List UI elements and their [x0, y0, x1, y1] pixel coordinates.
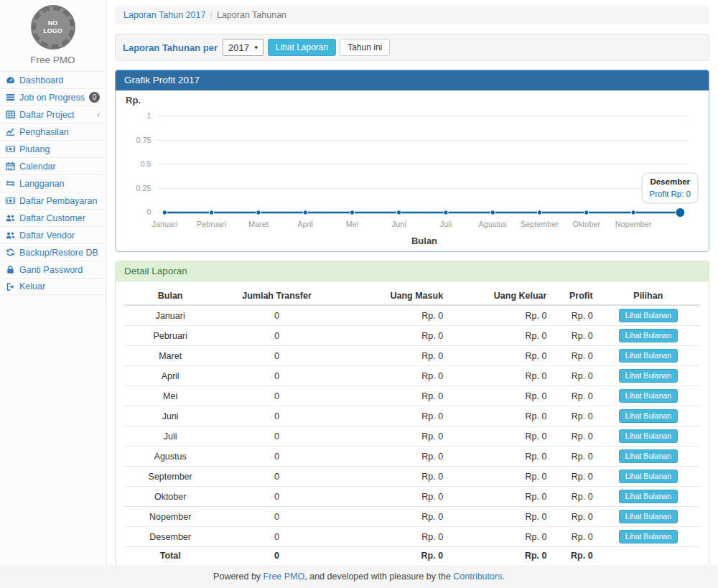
table-row-september: September0Rp. 0Rp. 0Rp. 0Lihat Bulanan: [124, 467, 700, 487]
main-content: Laporan Tahun 2017 / Laporan Tahunan Lap…: [106, 0, 718, 565]
sidebar-item-daftar-vendor[interactable]: Daftar Vendor: [0, 226, 106, 243]
data-point-pebruari[interactable]: [209, 210, 213, 215]
view-monthly-button-mei[interactable]: Lihat Bulanan: [619, 389, 678, 403]
report-filter-form: Laporan Tahunan per 2017 ▼ Lihat Laporan…: [115, 34, 709, 61]
cell-uang_keluar: Rp. 0: [447, 426, 550, 447]
chart-tooltip: Desember Profit Rp: 0: [641, 172, 699, 204]
data-point-juli[interactable]: [444, 210, 448, 215]
sidebar-item-label: Piutang: [19, 144, 50, 154]
cell-pilihan: Lihat Bulanan: [597, 305, 700, 326]
footer-text-prefix: Powered by: [213, 571, 263, 582]
users-icon: [5, 213, 16, 223]
sidebar-item-keluar[interactable]: Keluar: [0, 278, 106, 295]
y-tick-label: 1: [146, 111, 151, 120]
x-tick-label: Juli: [440, 220, 452, 228]
cell-profit: Rp. 0: [550, 487, 596, 507]
sidebar-item-calendar[interactable]: Calendar: [0, 157, 106, 174]
cell-uang_keluar: Rp. 0: [447, 326, 550, 346]
data-point-januari[interactable]: [162, 210, 167, 215]
cell-jumlah_transfer: 0: [216, 406, 337, 426]
view-monthly-button-januari[interactable]: Lihat Bulanan: [619, 309, 678, 322]
view-monthly-button-maret[interactable]: Lihat Bulanan: [619, 349, 678, 363]
detail-report-panel: Detail Laporan BulanJumlah TransferUang …: [115, 261, 709, 565]
year-select[interactable]: 2017 ▼: [223, 39, 264, 56]
profit-line-chart: 00.250.50.751JanuariPebruariMaretAprilMe…: [124, 108, 700, 235]
cell-uang_keluar: Rp. 0: [447, 507, 550, 527]
table-row-januari: Januari0Rp. 0Rp. 0Rp. 0Lihat Bulanan: [124, 305, 700, 326]
data-point-agustus[interactable]: [490, 210, 495, 215]
cell-profit: Rp. 0: [550, 507, 596, 527]
dashboard-icon: [5, 75, 16, 85]
cell-bulan: September: [124, 467, 216, 487]
data-point-desember[interactable]: [676, 208, 685, 218]
cell-pilihan: Lihat Bulanan: [597, 366, 700, 386]
sidebar-item-penghasilan[interactable]: Penghasilan: [0, 123, 106, 140]
data-point-oktober[interactable]: [584, 210, 589, 215]
app-name: Free PMO: [0, 55, 106, 65]
view-monthly-button-september[interactable]: Lihat Bulanan: [619, 470, 678, 483]
cell-uang_keluar: Rp. 0: [447, 406, 550, 426]
sidebar-item-job-on-progress[interactable]: Job on Progress0: [0, 88, 106, 106]
cell-pilihan: Lihat Bulanan: [597, 406, 700, 426]
cell-uang_keluar: Rp. 0: [447, 346, 550, 366]
sidebar-item-langganan[interactable]: Langganan: [0, 174, 106, 192]
x-tick-label: Maret: [248, 220, 269, 228]
cell-uang_masuk: Rp. 0: [337, 406, 447, 426]
cell-profit: Rp. 0: [550, 386, 596, 406]
data-point-maret[interactable]: [256, 210, 261, 215]
view-monthly-button-nopember[interactable]: Lihat Bulanan: [619, 510, 678, 523]
profit-chart-panel: Grafik Profit 2017 Rp. 00.250.50.751Janu…: [115, 70, 709, 252]
sidebar-item-ganti-password[interactable]: Ganti Password: [0, 261, 106, 278]
cell-uang_keluar: Rp. 0: [447, 467, 550, 487]
count-badge: 0: [89, 92, 100, 103]
cell-uang_masuk: Rp. 0: [337, 305, 447, 326]
cell-pilihan: Lihat Bulanan: [597, 507, 700, 527]
sidebar-item-daftar-customer[interactable]: Daftar Customer: [0, 209, 106, 226]
cell-uang_masuk: Rp. 0: [337, 326, 447, 346]
cell-jumlah_transfer: 0: [216, 386, 337, 406]
data-point-juni[interactable]: [397, 210, 401, 215]
cell-uang_masuk: Rp. 0: [337, 447, 447, 467]
breadcrumb-separator: /: [210, 10, 212, 20]
sidebar-item-label: Calendar: [19, 162, 56, 172]
x-tick-label: April: [297, 220, 313, 228]
view-monthly-button-juni[interactable]: Lihat Bulanan: [619, 409, 678, 423]
total-cell-jumlah_transfer: 0: [216, 547, 337, 564]
footer-brand-link[interactable]: Free PMO: [264, 571, 305, 582]
sidebar-item-piutang[interactable]: Piutang: [0, 140, 106, 157]
breadcrumb-link-laporan-tahun[interactable]: Laporan Tahun 2017: [123, 10, 205, 20]
data-point-september[interactable]: [537, 210, 541, 215]
cell-profit: Rp. 0: [550, 366, 596, 386]
sidebar-item-dashboard[interactable]: Dashboard: [0, 71, 106, 88]
view-monthly-button-oktober[interactable]: Lihat Bulanan: [619, 490, 678, 503]
sidebar-item-backup-restore-db[interactable]: Backup/Restore DB: [0, 243, 106, 261]
cell-profit: Rp. 0: [550, 305, 596, 326]
cell-bulan: Juli: [124, 426, 216, 447]
cell-bulan: Oktober: [124, 487, 216, 507]
x-tick-label: Juni: [392, 220, 406, 228]
sidebar-item-label: Langganan: [19, 179, 65, 189]
data-point-april[interactable]: [303, 210, 307, 215]
y-tick-label: 0.75: [136, 136, 151, 144]
sidebar-item-daftar-project[interactable]: Daftar Project‹: [0, 106, 106, 123]
table-row-maret: Maret0Rp. 0Rp. 0Rp. 0Lihat Bulanan: [124, 346, 700, 366]
cell-pilihan: Lihat Bulanan: [597, 487, 700, 507]
data-point-nopember[interactable]: [631, 210, 635, 215]
view-monthly-button-pebruari[interactable]: Lihat Bulanan: [619, 329, 678, 342]
view-monthly-button-juli[interactable]: Lihat Bulanan: [619, 429, 678, 443]
view-monthly-button-agustus[interactable]: Lihat Bulanan: [619, 449, 678, 463]
money-icon: [5, 195, 16, 206]
footer-contributors-link[interactable]: Contributors.: [453, 571, 505, 582]
view-monthly-button-april[interactable]: Lihat Bulanan: [619, 369, 678, 383]
cell-profit: Rp. 0: [550, 447, 596, 467]
cell-bulan: Mei: [124, 386, 216, 406]
view-report-button[interactable]: Lihat Laporan: [268, 39, 336, 56]
cell-uang_masuk: Rp. 0: [337, 386, 447, 406]
chart-panel-title: Grafik Profit 2017: [116, 70, 709, 90]
total-cell-profit: Rp. 0: [550, 547, 596, 564]
x-tick-label: Januari: [151, 220, 177, 228]
this-year-button[interactable]: Tahun ini: [340, 39, 390, 56]
view-monthly-button-desember[interactable]: Lihat Bulanan: [619, 530, 678, 543]
sidebar-item-daftar-pembayaran[interactable]: Daftar Pembayaran: [0, 192, 106, 209]
data-point-mei[interactable]: [350, 210, 354, 215]
